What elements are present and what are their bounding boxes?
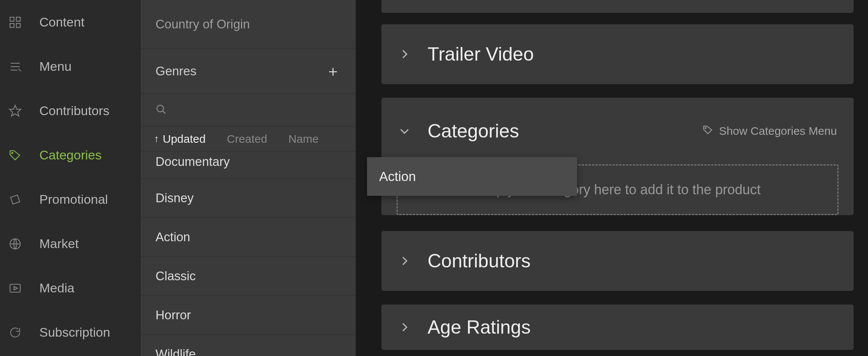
sort-bar: ↑ Updated Created Name: [140, 126, 356, 151]
nav-label: Categories: [39, 148, 101, 162]
drag-chip-label: Action: [379, 169, 416, 184]
nav-item-content[interactable]: Content: [0, 0, 140, 44]
filter-country-of-origin[interactable]: Country of Origin: [140, 0, 356, 48]
plus-icon[interactable]: ＋: [325, 61, 341, 81]
genre-search[interactable]: [140, 94, 356, 126]
play-square-icon: [8, 281, 22, 295]
genre-row-wildlife[interactable]: Wildlife: [140, 335, 356, 356]
section-title: Contributors: [428, 250, 837, 272]
section-contributors: Contributors: [381, 231, 854, 291]
genre-row-classic[interactable]: Classic: [140, 257, 356, 296]
section-categories: Categories Show Categories Menu Drop you…: [381, 98, 854, 215]
genre-label: Disney: [156, 191, 194, 205]
chevron-right-icon: [398, 321, 411, 334]
sort-label: Updated: [163, 133, 205, 145]
drag-chip[interactable]: Action: [367, 157, 577, 196]
svg-marker-11: [14, 286, 17, 290]
svg-rect-2: [10, 23, 14, 28]
nav-item-promotional[interactable]: Promotional: [0, 177, 140, 222]
nav-item-categories[interactable]: Categories: [0, 133, 140, 177]
svg-line-13: [163, 111, 166, 114]
svg-rect-10: [10, 284, 20, 292]
nav-item-media[interactable]: Media: [0, 266, 140, 310]
grid-icon: [8, 16, 22, 29]
nav-label: Market: [39, 236, 79, 251]
svg-point-12: [157, 105, 164, 112]
sort-created[interactable]: Created: [227, 133, 267, 145]
genre-row-action[interactable]: Action: [140, 218, 356, 257]
list-icon: [8, 60, 22, 73]
genre-label: Documentary: [156, 155, 230, 169]
svg-marker-7: [9, 105, 21, 116]
nav-label: Media: [39, 281, 75, 295]
genre-label: Horror: [156, 308, 191, 322]
nav-label: Promotional: [39, 192, 108, 207]
filter-label: Genres: [156, 64, 196, 78]
svg-rect-0: [10, 17, 14, 21]
show-categories-menu-button[interactable]: Show Categories Menu: [702, 124, 837, 138]
genre-row-horror[interactable]: Horror: [140, 296, 356, 335]
genre-label: Action: [156, 230, 190, 244]
nav-item-menu[interactable]: Menu: [0, 44, 140, 89]
nav-item-contributors[interactable]: Contributors: [0, 89, 140, 133]
chevron-right-icon: [398, 48, 411, 61]
svg-point-14: [705, 127, 706, 128]
nav-item-market[interactable]: Market: [0, 222, 140, 266]
primary-nav: Content Menu Contributors Categories Pro…: [0, 0, 140, 356]
filter-genres[interactable]: Genres ＋: [140, 48, 356, 94]
section-header-trailer-video[interactable]: Trailer Video: [381, 24, 854, 84]
tag-icon: [8, 148, 22, 162]
chevron-right-icon: [398, 255, 411, 267]
search-icon: [156, 104, 167, 117]
ticket-icon: [8, 193, 22, 206]
section-title: Categories: [428, 120, 702, 142]
chevron-down-icon: [398, 125, 411, 137]
sort-updated[interactable]: ↑ Updated: [154, 133, 205, 145]
genre-row-documentary[interactable]: Documentary: [140, 151, 356, 179]
section-header-contributors[interactable]: Contributors: [381, 231, 854, 291]
section-card-edge: [381, 0, 854, 13]
genre-label: Classic: [156, 269, 196, 283]
section-header-categories[interactable]: Categories Show Categories Menu: [381, 98, 854, 164]
filter-label: Country of Origin: [156, 17, 250, 31]
nav-label: Menu: [39, 59, 72, 74]
section-age-ratings: Age Ratings: [381, 304, 854, 350]
nav-label: Content: [39, 15, 84, 30]
svg-rect-3: [16, 23, 20, 28]
nav-label: Subscription: [39, 325, 110, 340]
star-icon: [8, 104, 22, 118]
nav-item-subscription[interactable]: Subscription: [0, 310, 140, 354]
categories-panel: Country of Origin Genres ＋ ↑ Updated Cre…: [140, 0, 356, 356]
genre-row-disney[interactable]: Disney: [140, 179, 356, 218]
arrow-up-icon: ↑: [154, 133, 159, 145]
globe-icon: [8, 237, 22, 251]
sort-name[interactable]: Name: [288, 133, 319, 145]
nav-label: Contributors: [39, 103, 109, 118]
svg-rect-1: [16, 17, 20, 21]
genre-label: Wildlife: [156, 347, 196, 356]
action-label: Show Categories Menu: [719, 125, 837, 137]
section-header-age-ratings[interactable]: Age Ratings: [381, 304, 854, 350]
section-title: Age Ratings: [428, 316, 837, 338]
refresh-icon: [8, 326, 22, 339]
section-trailer-video: Trailer Video: [381, 24, 854, 84]
svg-point-8: [12, 152, 13, 153]
section-title: Trailer Video: [428, 43, 837, 65]
tag-icon: [702, 124, 714, 138]
genre-list: Documentary Disney Action Classic Horror…: [140, 151, 356, 356]
